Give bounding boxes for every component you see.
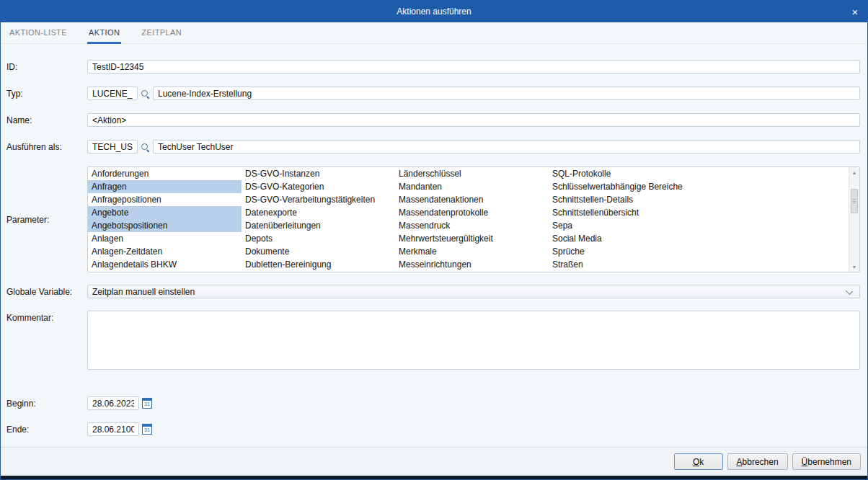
parameter-item[interactable]: Anlagen [88, 232, 242, 245]
dialog-body: ID: Typ: Lucene-Index-Erstellung Name: A… [1, 44, 867, 447]
scroll-up-icon[interactable]: ▲ [849, 167, 859, 177]
id-row: ID: [6, 60, 860, 74]
parameter-column: DS-GVO-InstanzenDS-GVO-KategorienDS-GVO-… [242, 167, 395, 272]
parameter-column: SQL-ProtokolleSchlüsselwertabhängige Ber… [549, 167, 702, 272]
parameter-item[interactable]: Depots [242, 232, 395, 245]
typ-code-input[interactable] [87, 86, 138, 100]
parameter-item[interactable]: DS-GVO-Verarbeitungstätigkeiten [242, 193, 395, 206]
parameter-item[interactable]: Stromlieferungen [549, 271, 702, 272]
parameter-columns: AnforderungenAnfragenAnfragepositionenAn… [88, 167, 859, 272]
beginn-row: Beginn: 31 [6, 396, 860, 410]
typ-label: Typ: [6, 89, 87, 99]
tab-zeitplan[interactable]: ZEITPLAN [140, 22, 183, 44]
globale-variable-value: Zeitplan manuell einstellen [92, 287, 195, 297]
parameter-scrollbar[interactable]: ▲ ▼ [849, 167, 859, 272]
beginn-calendar-icon[interactable]: 31 [142, 398, 152, 409]
parameter-item[interactable]: Angebotspositionen [88, 219, 242, 232]
parameter-item[interactable]: Merkmale [395, 245, 549, 258]
parameter-item[interactable]: Datenexporte [242, 206, 395, 219]
parameter-item[interactable]: Länderschlüssel [395, 167, 549, 180]
tab-aktion[interactable]: AKTION [87, 22, 121, 44]
ende-label: Ende: [6, 425, 87, 435]
parameter-item[interactable]: Mehrwertsteuergültigkeit [395, 232, 549, 245]
parameter-item[interactable]: Schnittstellenübersicht [549, 206, 702, 219]
chevron-down-icon [846, 288, 853, 295]
globale-variable-row: Globale Variable: Zeitplan manuell einst… [6, 285, 860, 298]
parameter-item[interactable]: Anforderungen [88, 167, 242, 180]
parameter-listbox[interactable]: AnforderungenAnfragenAnfragepositionenAn… [87, 166, 860, 272]
id-label: ID: [6, 62, 87, 72]
abbrechen-button[interactable]: Abbrechen [727, 453, 788, 470]
parameter-item[interactable]: Angebote [88, 206, 242, 219]
parameter-item[interactable]: Messeinrichtungen [395, 258, 549, 271]
parameter-item[interactable]: Dubletten-Bereinigung [242, 258, 395, 271]
parameter-item[interactable]: Anlagendetails PV-Anlage [88, 271, 242, 272]
ausfuehren-als-label: Ausführen als: [6, 142, 87, 152]
ausfuehren-als-search-icon[interactable] [140, 142, 150, 152]
dialog-window: Aktionen ausführen × AKTION-LISTE AKTION… [0, 0, 868, 480]
parameter-item[interactable]: SQL-Protokolle [549, 167, 702, 180]
globale-variable-label: Globale Variable: [6, 287, 87, 297]
parameter-column: AnforderungenAnfragenAnfragepositionenAn… [88, 167, 242, 272]
parameter-item[interactable]: Anfragepositionen [88, 193, 242, 206]
button-bar: Ok Abbrechen Übernehmen [1, 447, 867, 476]
name-input[interactable] [87, 113, 860, 127]
globale-variable-dropdown[interactable]: Zeitplan manuell einstellen [87, 285, 860, 298]
tab-bar: AKTION-LISTE AKTION ZEITPLAN [1, 22, 867, 44]
parameter-item[interactable]: DS-GVO-Instanzen [242, 167, 395, 180]
parameter-item[interactable]: Social Media [549, 232, 702, 245]
parameter-item[interactable]: Anlagendetails BHKW [88, 258, 242, 271]
parameter-item[interactable]: Anlagen-Zeitdaten [88, 245, 242, 258]
title-bar: Aktionen ausführen × [1, 1, 867, 22]
kommentar-textarea[interactable] [87, 311, 860, 370]
parameter-item[interactable]: Anfragen [88, 180, 242, 193]
ende-date-input[interactable] [87, 422, 139, 436]
parameter-item[interactable]: DS-GVO-Kategorien [242, 180, 395, 193]
window-bottom-edge [1, 476, 867, 479]
parameter-item[interactable]: Massendatenaktionen [395, 193, 549, 206]
parameter-item[interactable]: Straßen [549, 258, 702, 271]
window-title: Aktionen ausführen [397, 6, 471, 17]
beginn-label: Beginn: [6, 399, 87, 409]
kommentar-row: Kommentar: [6, 311, 860, 370]
scroll-down-icon[interactable]: ▼ [849, 262, 859, 272]
parameter-item[interactable]: Schlüsselwertabhängige Bereiche [549, 180, 702, 193]
ausfuehren-als-code-input[interactable] [87, 140, 138, 154]
close-icon[interactable]: × [843, 1, 867, 22]
parameter-label: Parameter: [6, 215, 87, 225]
typ-row: Typ: Lucene-Index-Erstellung [6, 86, 860, 100]
parameter-column: LänderschlüsselMandantenMassendatenaktio… [395, 167, 549, 272]
ok-button[interactable]: Ok [674, 453, 723, 470]
ausfuehren-als-row: Ausführen als: TechUser TechUser [6, 140, 860, 154]
parameter-item[interactable]: Massendatenprotokolle [395, 206, 549, 219]
parameter-item[interactable]: Sprüche [549, 245, 702, 258]
ende-row: Ende: 31 [6, 422, 860, 436]
parameter-row: Parameter: AnforderungenAnfragenAnfragep… [6, 166, 860, 272]
tab-aktion-liste[interactable]: AKTION-LISTE [8, 22, 68, 44]
parameter-item[interactable]: Mindestabnahmen [395, 271, 549, 272]
scrollbar-track[interactable] [849, 177, 859, 262]
name-label: Name: [6, 115, 87, 125]
parameter-item[interactable]: Mandanten [395, 180, 549, 193]
name-row: Name: [6, 113, 860, 127]
parameter-item[interactable]: Datenüberleitungen [242, 219, 395, 232]
ausfuehren-als-description: TechUser TechUser [153, 140, 860, 154]
parameter-item[interactable]: Sepa [549, 219, 702, 232]
typ-search-icon[interactable] [140, 89, 150, 99]
ende-calendar-icon[interactable]: 31 [142, 424, 152, 435]
parameter-item[interactable]: Dokumente [242, 245, 395, 258]
kommentar-label: Kommentar: [6, 311, 87, 323]
parameter-item[interactable]: Massendruck [395, 219, 549, 232]
parameter-item[interactable]: Echtzeitdaten [242, 271, 395, 272]
id-input[interactable] [87, 60, 860, 74]
parameter-item[interactable]: Schnittstellen-Details [549, 193, 702, 206]
scrollbar-thumb[interactable] [851, 189, 858, 213]
typ-description: Lucene-Index-Erstellung [153, 86, 860, 100]
beginn-date-input[interactable] [87, 396, 139, 410]
uebernehmen-button[interactable]: Übernehmen [792, 453, 861, 470]
